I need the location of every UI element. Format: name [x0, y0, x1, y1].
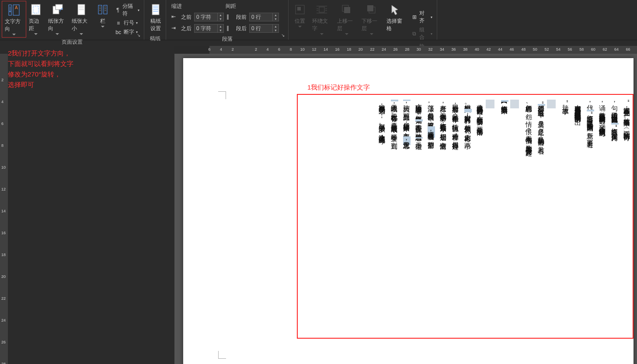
indent-left-icon: ⇤ — [171, 14, 178, 21]
text-column[interactable]: 代，"红杏出墙"之说更吸入了丰富新潮的内涵、新意。更不乏有 — [584, 100, 596, 137]
ruler-tick: 54 — [556, 47, 560, 52]
ruler-tick: 8 — [1, 143, 3, 148]
paper-size-button[interactable]: 纸张大小 — [69, 1, 93, 38]
page-setup-dialog-launcher[interactable]: ↘ — [137, 33, 142, 38]
ruler-tick: 38 — [463, 47, 467, 52]
text-column[interactable]: 京赶考，无奈惜别娇妻。红杏初尝人世仙乐，相公远别，空余激情 — [437, 100, 449, 139]
text-column[interactable]: 志者以亲历亲为诠释着一幕幕一幅幅或悲怨惆人或柔情断肠的"出 — [571, 100, 584, 114]
paragraph-dialog-launcher[interactable]: ↘ — [281, 33, 286, 38]
text-column[interactable]: 如何看待"红杏出墙"？是褒？是贬？孰是孰非的背后，又有着 — [535, 100, 547, 143]
ruler-tick: 18 — [347, 47, 351, 52]
page-setup-section-label: 页面设置 — [2, 38, 142, 48]
text-column[interactable] — [486, 100, 494, 108]
horizontal-ruler[interactable]: 6422468101214161820222426283032343638404… — [174, 46, 637, 54]
columns-icon — [96, 3, 110, 17]
ruler-tick: 28 — [405, 47, 409, 52]
ruler-tick: 18 — [1, 253, 6, 257]
margins-label: 页边距 — [29, 17, 43, 32]
text-column[interactable]: 诵，其含蕴随着社会的发展与时俱进。到了今天这个情欲横流的时 — [596, 100, 609, 125]
indent-right-icon: ⇥ — [171, 25, 178, 32]
margins-icon — [29, 3, 43, 17]
ruler-tick: 16 — [1, 231, 6, 235]
text-column[interactable]: 沾烈火，可想而知。一年后相公落榜回来，心灰沮丧，意沉无思， — [400, 100, 413, 145]
text-column[interactable]: 墙"故事。 — [559, 100, 572, 111]
space-after-icon: ‖ — [226, 25, 233, 32]
margins-button[interactable]: 页边距 — [26, 1, 45, 38]
vertical-ruler[interactable]: 246810121416182022242628 — [0, 54, 8, 364]
annotation-2: 2我们打开文字方向， 下面就可以看到将文字 修改为270°旋转， 选择即可 — [8, 48, 73, 90]
align-button[interactable]: ⊞对齐▾ — [411, 10, 432, 24]
text-column[interactable]: 天暗即眠，无视红杏存否。于是乎红杏爬墙成习，经年不衰，直到 — [388, 100, 400, 139]
text-direction-label: 文字方向 — [5, 18, 23, 33]
ruler-tick: 4 — [266, 47, 268, 52]
spinner-up-icon[interactable]: ▲ — [217, 13, 223, 17]
breaks-icon: ¶ — [115, 7, 121, 14]
group-icon: ⧉ — [411, 30, 418, 37]
ruler-tick: 8 — [290, 47, 292, 52]
paper-size-icon — [74, 3, 88, 17]
text-column[interactable]: 得鲜彩照人。十六岁时嫁入邻村，相公知书识礼、文质彬彬。小两 — [461, 100, 474, 139]
text-column[interactable] — [547, 100, 556, 108]
ruler-tick: 64 — [614, 47, 619, 52]
text-column[interactable] — [510, 100, 519, 108]
text-column[interactable]: 传说在很早的远古时候，有位叫红杏的女子，豆蔻年华已出落 — [473, 100, 486, 125]
ruler-tick: 2 — [255, 47, 257, 52]
ruler-tick: 62 — [602, 47, 607, 52]
indent-after-spinner[interactable]: 0 字符▲▼ — [194, 24, 224, 33]
space-after-label: 段后 — [236, 25, 247, 32]
svg-rect-14 — [344, 7, 350, 13]
selection-pane-icon — [389, 3, 403, 17]
indent-header: 缩进 — [171, 3, 182, 10]
chevron-down-icon — [101, 26, 104, 28]
ruler-tick: 22 — [1, 296, 6, 301]
document-page[interactable]: 1我们标记好操作文字 "满园春色关不住，一枝红杏出墙来。"（宋）叶绍翁的一行诗句… — [183, 58, 634, 364]
ruler-tick: 14 — [324, 47, 328, 52]
document-viewport[interactable]: 1我们标记好操作文字 "满园春色关不住，一枝红杏出墙来。"（宋）叶绍翁的一行诗句… — [174, 54, 637, 364]
text-column[interactable]: 她再也爬不动为止------那年已六十岁了。这个故事就流传到了今 — [376, 100, 388, 133]
space-after-spinner[interactable]: 0 行▲▼ — [249, 24, 279, 33]
annotation-1: 1我们标记好操作文字 — [307, 83, 370, 92]
space-before-label: 段前 — [236, 14, 247, 21]
columns-button[interactable]: 栏 — [93, 1, 112, 38]
text-column[interactable]: 句，增添了中国汉语词汇的无限风光。"红杏出墙"被世人广为传 — [608, 100, 621, 130]
ruler-tick: 36 — [452, 47, 456, 52]
indent-after-label: 之后 — [181, 25, 191, 32]
columns-label: 栏 — [100, 17, 105, 25]
ruler-tick: 42 — [486, 47, 491, 52]
orientation-button[interactable]: 纸张方向 — [45, 1, 69, 38]
text-column[interactable]: "满园春色关不住，一枝红杏出墙来。"（宋）叶绍翁的一行诗 — [620, 100, 633, 130]
indent-before-spinner[interactable]: 0 字符▲▼ — [194, 13, 224, 21]
ruler-tick: 30 — [417, 47, 421, 52]
svg-rect-12 — [297, 7, 301, 10]
ruler-tick: 4 — [220, 47, 222, 52]
manuscript-section-label: 稿纸 — [146, 34, 164, 44]
ruler-tick: 14 — [1, 209, 6, 213]
ruler-tick: 20 — [359, 47, 363, 52]
page-corner-mark — [218, 351, 226, 359]
text-column[interactable]: 巧逢隔壁有王二者，想红杏美艳，常夜不能寐，骑墙慕思。干柴碰 — [412, 100, 425, 139]
text-column[interactable]: 怎样的恩、怨、情、恨？无奈与怅惘？为此愿与有识之士共讨之。 — [522, 100, 535, 152]
chevron-down-icon — [34, 33, 38, 35]
ruler-tick: 16 — [335, 47, 340, 52]
text-column[interactable]: 口恩爱有加，又时逢生命华年，情欲执缠、难分难舍。但相公得赴 — [449, 100, 462, 139]
spinner-down-icon[interactable]: ▼ — [217, 17, 223, 21]
ruler-tick: 20 — [1, 274, 6, 279]
ruler-tick: 12 — [1, 187, 6, 191]
ruler-tick: 2 — [232, 47, 234, 52]
text-column[interactable]: 荡漾。每是夜猫叫，撩逗心乱不止，逐顺杏树临墙，望空抑郁。 — [425, 100, 437, 145]
line-numbers-button[interactable]: ≡行号▾ — [115, 19, 139, 27]
manuscript-settings-button[interactable]: 稿纸 设置 — [146, 1, 165, 34]
paper-size-label: 纸张大小 — [72, 17, 90, 32]
paragraph-section-label: 段落 — [168, 35, 286, 45]
breaks-button[interactable]: ¶分隔符▾ — [115, 3, 139, 17]
svg-rect-16 — [367, 5, 373, 11]
ruler-tick: 56 — [568, 47, 572, 52]
text-column[interactable]: 【红杏出墙的由来】 — [498, 100, 511, 104]
ruler-tick: 52 — [544, 47, 549, 52]
space-before-icon: ‖ — [226, 14, 233, 21]
ruler-tick: 40 — [475, 47, 479, 52]
hyphenation-button[interactable]: bc断字▾ — [115, 28, 139, 36]
chevron-down-icon — [12, 34, 16, 35]
space-before-spinner[interactable]: 0 行▲▼ — [249, 13, 279, 21]
text-direction-button[interactable]: A 文字方向 — [2, 1, 26, 38]
